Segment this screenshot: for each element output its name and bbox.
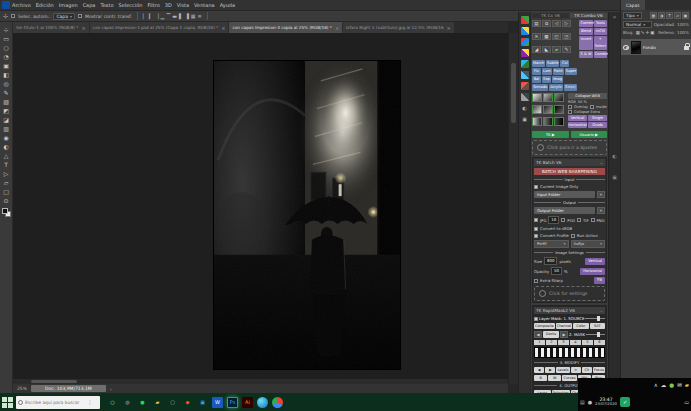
shape-tool-icon[interactable]: ▱ — [4, 179, 9, 187]
cortana-icon[interactable]: ○ — [107, 397, 118, 408]
go-to-adjustments-button[interactable]: Click para ir a Ajustes — [532, 140, 607, 155]
align-icon-6[interactable]: ▬ — [172, 14, 177, 19]
combo-action-button-7[interactable]: Super — [565, 68, 578, 75]
modify-button-1[interactable]: B — [534, 375, 547, 381]
eraser-tool-icon[interactable]: ◪ — [3, 116, 9, 124]
collapse-dock-icon[interactable]: » — [609, 12, 620, 22]
combo-purple-button-3[interactable]: Blend — [579, 28, 592, 35]
auto-select-checkbox[interactable] — [11, 14, 15, 18]
align-icon-4[interactable]: ▁ — [161, 14, 165, 19]
mask-button-3[interactable]: Horizontal — [568, 122, 587, 128]
pencil-icon[interactable]: ✎ — [562, 46, 571, 53]
close-icon[interactable]: × — [335, 25, 339, 31]
menu-item-4[interactable]: Capa — [83, 2, 96, 8]
filter-smart-icon[interactable]: ▣ — [682, 12, 689, 19]
doc-tab-3[interactable]: con capas Impresion-3 copia al 25% (RGB/… — [229, 22, 342, 33]
convert-srgb-checkbox[interactable] — [534, 227, 538, 231]
clone-stamp-tool-icon[interactable]: ▨ — [3, 98, 9, 106]
tk-panel-icon-8[interactable] — [521, 93, 529, 101]
action-center-icon[interactable]: ▭ — [684, 399, 689, 405]
marquee-tool-icon[interactable]: ▭ — [3, 35, 9, 43]
chevron-down-icon[interactable]: ⌄ — [600, 308, 603, 313]
menu-item-9[interactable]: Vista — [177, 2, 189, 8]
align-icon-9[interactable]: ▦ — [191, 14, 196, 19]
overlay-checkbox[interactable] — [568, 105, 572, 109]
new-doc-icon[interactable]: ▤ — [532, 20, 541, 27]
path-select-tool-icon[interactable]: ▷ — [4, 170, 9, 178]
dodge-tool-icon[interactable]: ◐ — [3, 143, 8, 151]
brush-tool-icon[interactable]: ✎ — [3, 89, 8, 97]
menu-item-8[interactable]: 3D — [165, 2, 172, 8]
mask-prev-icon[interactable]: ◀ — [534, 331, 542, 338]
chevron-down-icon[interactable]: ⌄ — [600, 160, 603, 165]
store-icon[interactable]: ▢ — [167, 397, 178, 408]
combo-action-button-12[interactable]: Acrylic — [549, 84, 563, 91]
source-button-2[interactable]: Channel — [556, 323, 572, 329]
gradient-tool-icon[interactable]: ▥ — [3, 125, 9, 133]
combo-purple-button-7[interactable]: S & W — [579, 51, 592, 58]
tab-tk-combo[interactable]: TK Combo V6 — [570, 13, 607, 18]
output-folder-button[interactable]: Output Folder — [534, 207, 595, 214]
microphone-icon[interactable]: ¦ — [89, 399, 91, 405]
keyboard-layout-icon[interactable]: ▤ — [580, 399, 585, 405]
status-menu-arrow[interactable]: › — [110, 386, 112, 392]
modify-button-5[interactable]: Clr — [582, 367, 592, 373]
start-button[interactable] — [1, 395, 13, 409]
align-icon-7[interactable]: ▌ — [179, 14, 183, 19]
extra-sharp-checkbox[interactable] — [534, 279, 538, 283]
combo-action-button-5[interactable]: Lum — [542, 68, 552, 75]
doc-tab-2[interactable]: con capas Impresion-1.psd al 25% (Capa 1… — [90, 22, 229, 33]
combo-action-button-3[interactable]: Col — [560, 60, 569, 67]
run-action-checkbox[interactable] — [571, 234, 575, 238]
filter-adjustment-icon[interactable]: ◑ — [658, 12, 665, 19]
profile-dropdown[interactable]: Perfil▾ — [534, 240, 569, 248]
collapsed-panel-icon[interactable]: ◐ — [609, 152, 620, 160]
layer-row-background[interactable]: Fondo — [621, 39, 691, 55]
size-field[interactable]: 800 — [544, 257, 557, 265]
menu-item-11[interactable]: Ayuda — [220, 2, 235, 8]
screen-mode2-icon[interactable]: ◳ — [562, 33, 571, 40]
align-icon-2[interactable]: ▎ — [149, 14, 153, 19]
input-folder-button[interactable]: Input Folder — [534, 191, 595, 198]
tk-panel-icon-1[interactable] — [521, 16, 529, 24]
layer-filter-dropdown[interactable]: Tipo ▾ — [623, 12, 642, 19]
zone-button-3[interactable]: 3 — [558, 340, 569, 345]
taskbar-search[interactable]: ¦ — [16, 396, 100, 409]
zone-button-4[interactable]: 4 — [570, 340, 581, 345]
menu-item-5[interactable]: Texto — [100, 2, 113, 8]
horizontal-button[interactable]: Horizontal — [580, 268, 605, 275]
combo-action-button-13[interactable]: Sin(x) — [564, 84, 577, 91]
lock-position-icon[interactable]: ✛ — [646, 30, 650, 35]
jpg-quality-field[interactable]: 10 — [548, 216, 559, 224]
close-icon[interactable]: × — [447, 25, 451, 31]
blend-mode-dropdown[interactable]: Normal ▾ — [623, 21, 652, 28]
combo-action-button-8[interactable]: Bal — [532, 76, 541, 83]
canvas-area[interactable] — [13, 33, 508, 384]
zoom-tool-icon[interactable]: ⊙ — [3, 197, 8, 205]
screen-mode-icon[interactable]: ◰ — [552, 33, 561, 40]
fb-button[interactable]: FB — [594, 277, 605, 284]
png-checkbox[interactable] — [591, 218, 595, 222]
tab-tk-cx[interactable]: TK Cx V6 — [532, 13, 569, 18]
inside-checkbox[interactable] — [590, 105, 594, 109]
collapse-web-button[interactable]: Collapse WEB — [568, 93, 607, 99]
convert-profile-checkbox[interactable] — [534, 234, 538, 238]
canvas-image[interactable] — [213, 60, 401, 370]
mask-thumb-5[interactable] — [543, 105, 553, 114]
combo-purple-button-5[interactable]: Invert — [579, 36, 592, 50]
mask-slider[interactable] — [586, 334, 605, 335]
type-tool-icon[interactable]: T — [4, 161, 8, 169]
healing-tool-icon[interactable]: ◎ — [3, 80, 8, 88]
mask-button-4[interactable]: Grads — [588, 122, 607, 128]
duplicate-icon[interactable]: ⧉ — [542, 20, 551, 27]
align-icon-10[interactable]: ≡ — [198, 14, 202, 19]
eyedropper-tool-icon[interactable]: ◧ — [3, 71, 9, 79]
mask-strength-value[interactable]: 50 % — [578, 100, 587, 104]
next-icon[interactable]: ▷ — [562, 20, 571, 27]
modify-button-3[interactable]: Curves — [562, 375, 576, 381]
current-image-only-checkbox[interactable] — [534, 185, 538, 189]
close-icon[interactable]: × — [221, 25, 225, 31]
tk-menu-button[interactable]: TK ▶ — [532, 131, 569, 138]
user-menu-button[interactable]: Usuario ▶ — [571, 131, 608, 138]
mask-button-2[interactable]: Single — [588, 115, 607, 121]
